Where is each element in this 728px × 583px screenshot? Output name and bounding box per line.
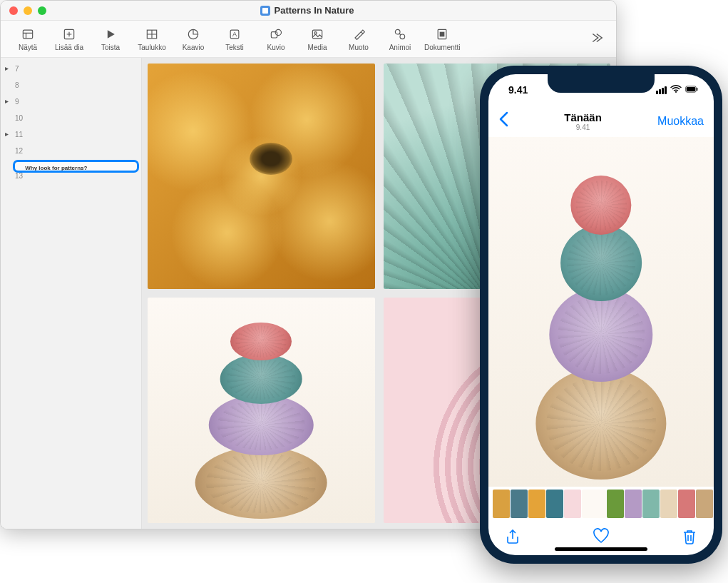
svg-rect-20 [440,32,445,37]
slide-number: 8 [15,81,137,89]
photos-nav-bar: Tänään 9.41 Muokkaa [488,106,714,137]
toolbar-label: Lisää dia [55,44,83,51]
svg-rect-24 [697,87,697,90]
toolbar-table-button[interactable]: Taulukko [135,26,169,51]
shape-icon [268,26,284,42]
svg-rect-15 [312,30,322,39]
keynote-doc-icon [260,6,270,16]
toolbar-label: Animoi [389,44,411,51]
photo-viewer[interactable] [488,137,714,487]
svg-text:A: A [232,31,237,38]
toolbar-label: Muoto [349,44,369,51]
slide-number: 10 [15,114,137,122]
titlebar: Patterns In Nature [1,1,616,21]
photo-strip-thumbnail[interactable] [546,490,563,518]
svg-rect-23 [687,86,695,91]
share-button[interactable] [504,528,521,548]
toolbar-text-button[interactable]: ATeksti [217,26,252,51]
toolbar-view-button[interactable]: Näytä [11,26,45,51]
toolbar-format-button[interactable]: Muoto [342,26,376,51]
toolbar-add-slide-button[interactable]: Lisää dia [52,26,86,51]
slide-thumbnail[interactable]: Why look for patterns? [15,162,137,171]
iphone-screen: 9.41 Tänään 9.41 Muokkaa [488,74,714,555]
toolbar-animate-button[interactable]: Animoi [383,26,417,51]
window-title-text: Patterns In Nature [275,5,354,16]
slide-number: 11 [15,131,137,138]
slide-number: 9 [15,98,137,106]
svg-point-18 [400,34,405,39]
close-window-button[interactable] [9,6,18,15]
slide-number: 7 [15,65,137,73]
photo-strip-thumbnail[interactable] [607,490,624,518]
photo-strip-thumbnail[interactable] [696,490,713,518]
svg-point-21 [675,91,677,92]
toolbar-overflow-button[interactable] [585,27,606,51]
traffic-lights [9,6,46,15]
toolbar-label: Kuvio [267,44,284,51]
battery-icon [685,84,698,96]
photo-strip-thumbnail[interactable] [678,490,695,518]
nav-subtitle: 9.41 [564,123,602,131]
text-icon: A [227,26,242,42]
toolbar-chart-button[interactable]: Kaavio [176,26,210,51]
minimize-window-button[interactable] [24,6,32,15]
edit-button[interactable]: Muokkaa [657,115,704,128]
svg-point-17 [395,29,400,34]
disclosure-triangle-icon[interactable]: ▸ [5,97,12,105]
nav-title-group: Tänään 9.41 [564,111,602,131]
photo-strip-thumbnail[interactable] [493,490,510,518]
canvas-image-honeycomb[interactable] [148,64,375,289]
toolbar-media-button[interactable]: Media [300,26,334,51]
play-icon [103,26,118,42]
slide-number: 13 [15,172,137,180]
table-icon [144,26,160,42]
svg-rect-0 [23,30,32,39]
toolbar-label: Taulukko [138,44,165,51]
toolbar-label: Dokumentti [424,44,461,51]
notch [548,74,655,93]
toolbar-label: Media [307,44,327,51]
slide-number: 12 [15,147,137,155]
toolbar-shape-button[interactable]: Kuvio [259,26,293,51]
view-icon [20,26,36,42]
fullscreen-window-button[interactable] [38,6,46,15]
svg-marker-6 [108,30,115,39]
photo-strip-thumbnail[interactable] [660,490,677,518]
disclosure-triangle-icon[interactable]: ▸ [5,130,12,138]
toolbar-label: Teksti [225,44,244,51]
delete-button[interactable] [681,528,698,548]
wifi-icon [670,84,682,96]
photo-strip-thumbnail[interactable] [511,490,528,518]
slide-navigator[interactable]: ▸LAYERS7Under the surface8▸FRACTALS9Look… [1,58,142,529]
svg-point-14 [275,29,281,35]
status-time: 9.41 [508,84,528,96]
toolbar-label: Toista [101,44,120,51]
toolbar-play-button[interactable]: Toista [93,26,128,51]
nav-title: Tänään [564,111,602,123]
add-slide-icon [61,26,77,42]
toolbar-document-button[interactable]: Dokumentti [424,26,461,51]
animate-icon [392,26,408,42]
photo-strip-thumbnail[interactable] [642,490,660,518]
disclosure-triangle-icon[interactable]: ▸ [5,64,12,72]
canvas-image-sea-urchins[interactable] [148,298,375,523]
format-icon [351,26,366,42]
toolbar-label: Näytä [19,44,37,51]
toolbar-label: Kaavio [183,44,205,51]
signal-icon [656,86,667,94]
favorite-button[interactable] [593,528,610,548]
document-icon [434,26,450,42]
window-title: Patterns In Nature [46,5,568,16]
iphone-device: 9.41 Tänään 9.41 Muokkaa [480,66,722,564]
photo-thumbnail-strip[interactable] [488,487,714,521]
toolbar: NäytäLisää diaToistaTaulukkoKaavioATekst… [1,21,616,58]
photo-strip-thumbnail[interactable] [582,490,606,518]
photo-strip-thumbnail[interactable] [528,490,545,518]
home-indicator[interactable] [555,547,647,551]
slide-thumbnail-label: Why look for patterns? [22,163,90,171]
chart-icon [185,26,201,42]
media-icon [309,26,325,42]
photo-strip-thumbnail[interactable] [564,490,581,518]
photo-strip-thumbnail[interactable] [625,490,642,518]
back-button[interactable] [498,111,508,131]
